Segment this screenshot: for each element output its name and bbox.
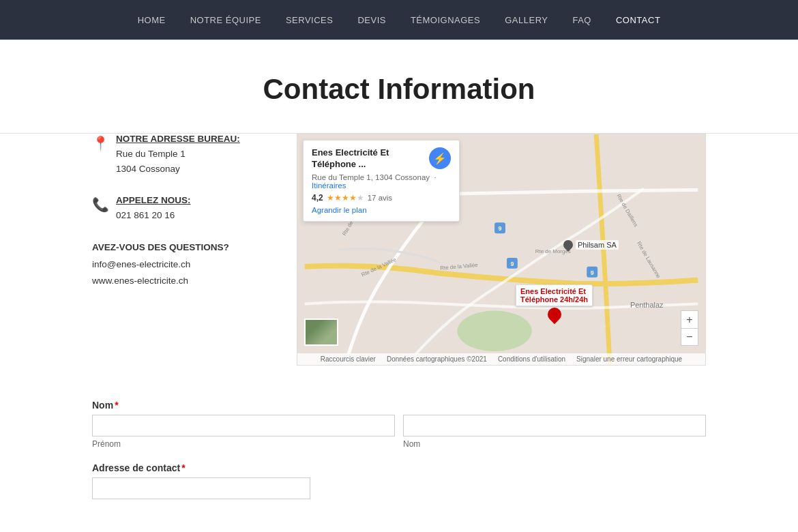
nom-sublabel: Nom <box>403 439 706 449</box>
prenom-sublabel: Prénom <box>92 439 395 449</box>
nav-temoignages[interactable]: TÉMOIGNAGES <box>411 15 480 25</box>
nav-devis[interactable]: DEVIS <box>357 15 386 25</box>
questions-label: AVEZ-VOUS DES QUESTIONS? <box>92 242 269 252</box>
map-thumb-inner <box>306 320 337 344</box>
main-marker: Enes Electricité Et Téléphone 24h/24h <box>516 284 593 323</box>
adresse-group: Adresse de contact* <box>92 462 706 499</box>
adresse-required: * <box>181 462 185 473</box>
phone-block: 📞 APPELEZ NOUS: 021 861 20 16 <box>92 195 269 223</box>
svg-text:9: 9 <box>499 225 502 232</box>
zoom-in-button[interactable]: + <box>681 310 698 328</box>
nav-home[interactable]: HOME <box>138 15 166 25</box>
form-section: Nom* Prénom Nom Adresse de contact* <box>92 400 706 499</box>
nav-services[interactable]: SERVICES <box>286 15 334 25</box>
nom-group: Nom* Prénom Nom <box>92 400 706 449</box>
nom-input[interactable] <box>403 415 706 437</box>
svg-text:Penthalaz: Penthalaz <box>630 301 664 309</box>
reviews-count: 17 avis <box>368 194 392 202</box>
nom-row: Prénom Nom <box>92 415 706 449</box>
nav-gallery[interactable]: GALLERY <box>505 15 548 25</box>
adresse-input[interactable] <box>92 477 310 499</box>
map-data-info: Données cartographiques ©2021 <box>387 355 487 363</box>
svg-text:9: 9 <box>510 261 514 267</box>
agrandir-link[interactable]: Agrandir le plan <box>312 206 451 214</box>
location-icon: 📍 <box>92 135 109 151</box>
marker-label: Enes Electricité Et Téléphone 24h/24h <box>516 284 593 306</box>
zoom-out-button[interactable]: − <box>681 328 698 346</box>
navigation: HOME NOTRE ÉQUIPE SERVICES DEVIS TÉMOIGN… <box>0 0 798 40</box>
phone-icon: 📞 <box>92 196 109 213</box>
map-container[interactable]: 9 9 9 Rte de la Vallée Rte de la Vallée … <box>297 134 706 366</box>
website-link[interactable]: www.enes-electricite.ch <box>92 276 188 286</box>
nom-field: Nom <box>403 415 706 449</box>
marker-pin <box>544 305 563 324</box>
popup-address: Rue du Temple 1, 1304 Cossonay <box>312 173 430 181</box>
map-conditions[interactable]: Conditions d'utilisation <box>498 355 565 363</box>
email-link[interactable]: info@enes-electricite.ch <box>92 259 190 269</box>
prenom-input[interactable] <box>92 415 395 437</box>
map-zoom-controls: + − <box>681 310 698 346</box>
philsam-pin <box>561 238 575 252</box>
popup-yelp-icon: ⚡ <box>429 147 451 169</box>
svg-text:9: 9 <box>591 269 594 276</box>
adresse-label: Adresse de contact* <box>92 462 706 473</box>
map-shortcuts[interactable]: Raccourcis clavier <box>321 355 376 363</box>
map-popup: Enes Electricité Et Téléphone ... ⚡ Rue … <box>303 140 460 222</box>
page-title: Contact Information <box>0 73 798 106</box>
philsam-label: Philsam SA <box>576 240 619 250</box>
contact-info: 📍 NOTRE ADRESSE BUREAU: Rue du Temple 1 … <box>92 134 269 303</box>
address-label: NOTRE ADRESSE BUREAU: <box>116 134 240 144</box>
nav-notre-equipe[interactable]: NOTRE ÉQUIPE <box>190 15 261 25</box>
nav-contact[interactable]: CONTACT <box>616 15 660 25</box>
rating-stars: ★★★★★ <box>327 193 364 203</box>
nom-required: * <box>115 400 118 411</box>
nav-faq[interactable]: FAQ <box>572 15 591 25</box>
phone-label: APPELEZ NOUS: <box>116 195 191 205</box>
map-thumbnail[interactable] <box>304 319 338 346</box>
content-area: 📍 NOTRE ADRESSE BUREAU: Rue du Temple 1 … <box>65 134 733 532</box>
map-error-report[interactable]: Signaler une erreur cartographique <box>576 355 682 363</box>
map-bottom-bar: Raccourcis clavier Données cartographiqu… <box>297 353 705 365</box>
address-block: 📍 NOTRE ADRESSE BUREAU: Rue du Temple 1 … <box>92 134 269 176</box>
itineraires-link[interactable]: Itinéraires <box>312 181 346 190</box>
popup-title: Enes Electricité Et Téléphone ... <box>312 147 425 171</box>
phone-value: 021 861 20 16 <box>116 208 191 223</box>
questions-value: info@enes-electricite.ch www.enes-electr… <box>92 256 269 290</box>
page-title-section: Contact Information <box>0 40 798 133</box>
nom-label: Nom* <box>92 400 706 411</box>
philsam-marker: Philsam SA <box>563 240 619 250</box>
rating-number: 4,2 <box>312 193 323 203</box>
questions-block: AVEZ-VOUS DES QUESTIONS? info@enes-elect… <box>92 242 269 290</box>
prenom-field: Prénom <box>92 415 395 449</box>
top-section: 📍 NOTRE ADRESSE BUREAU: Rue du Temple 1 … <box>92 134 706 366</box>
address-value: Rue du Temple 1 1304 Cossonay <box>116 147 240 176</box>
